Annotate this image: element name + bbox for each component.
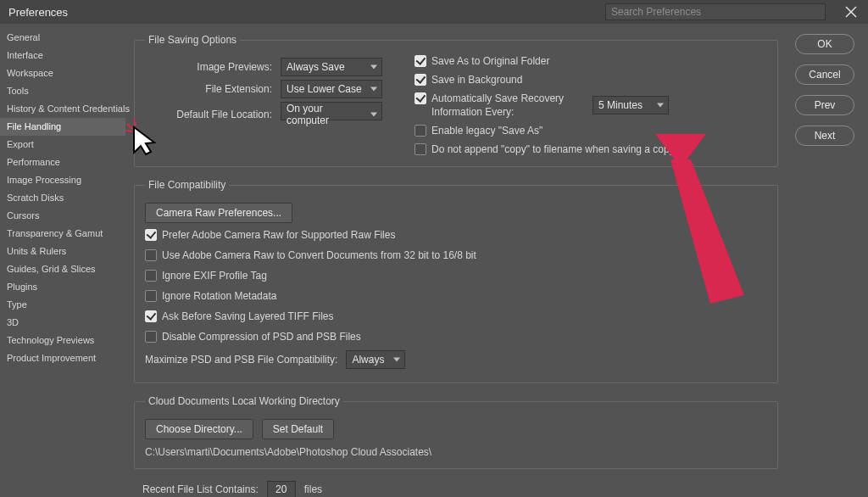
next-button[interactable]: Next (795, 126, 854, 146)
recent-file-count-input[interactable] (267, 481, 296, 497)
ok-button[interactable]: OK (795, 34, 854, 54)
camera-raw-preferences-button[interactable]: Camera Raw Preferences... (145, 203, 292, 223)
auto-save-recovery-checkbox[interactable]: Automatically Save Recovery Information … (415, 92, 584, 119)
sidebar-item-interface[interactable]: Interface (0, 47, 125, 64)
sidebar-item-scratch-disks[interactable]: Scratch Disks (0, 189, 125, 207)
ignore-rotation-checkbox[interactable]: Ignore Rotation Metadata (145, 289, 767, 303)
checkbox-icon (415, 55, 426, 67)
sidebar-item-product-improvement[interactable]: Product Improvement (0, 349, 125, 367)
sidebar-item-units-rulers[interactable]: Units & Rulers (0, 243, 125, 260)
sidebar-item-3d[interactable]: 3D (0, 314, 125, 332)
prev-button[interactable]: Prev (795, 95, 854, 115)
sidebar-item-transparency-gamut[interactable]: Transparency & Gamut (0, 225, 125, 243)
ignore-exif-checkbox[interactable]: Ignore EXIF Profile Tag (145, 269, 767, 282)
sidebar-item-history-content-credentials[interactable]: History & Content Credentials (0, 100, 125, 118)
sidebar-item-workspace[interactable]: Workspace (0, 64, 125, 82)
file-compatibility-group: File Compatibility Camera Raw Preference… (134, 179, 778, 383)
sidebar-item-export[interactable]: Export (0, 136, 125, 154)
disable-compression-checkbox[interactable]: Disable Compression of PSD and PSB Files (145, 330, 767, 343)
image-previews-label: Image Previews: (145, 61, 272, 73)
default-location-combo[interactable]: On your computer (281, 102, 382, 120)
checkbox-icon (145, 290, 157, 302)
file-extension-label: File Extension: (145, 83, 272, 95)
checkbox-icon (145, 270, 157, 282)
no-copy-suffix-checkbox[interactable]: Do not append "copy" to filename when sa… (415, 142, 767, 156)
max-compat-label: Maximize PSD and PSB File Compatibility: (145, 354, 337, 366)
max-compat-combo[interactable]: Always (346, 350, 405, 369)
sidebar-item-plugins[interactable]: Plugins (0, 278, 125, 296)
checkbox-icon (145, 249, 157, 261)
file-saving-group: File Saving Options Image Previews: Alwa… (134, 34, 778, 167)
checkbox-icon (415, 125, 426, 137)
sidebar-item-cursors[interactable]: Cursors (0, 207, 125, 225)
sidebar-item-image-processing[interactable]: Image Processing (0, 171, 125, 189)
save-in-background-checkbox[interactable]: Save in Background (415, 73, 767, 87)
recent-file-unit: files (304, 483, 322, 495)
default-location-label: Default File Location: (145, 109, 272, 120)
recent-file-list-label: Recent File List Contains: (142, 483, 259, 495)
ask-tiff-checkbox[interactable]: Ask Before Saving Layered TIFF Files (145, 310, 767, 323)
checkbox-icon (145, 310, 157, 322)
prefer-acr-checkbox[interactable]: Prefer Adobe Camera Raw for Supported Ra… (145, 228, 767, 242)
sidebar-item-tools[interactable]: Tools (0, 82, 125, 100)
use-acr-convert-checkbox[interactable]: Use Adobe Camera Raw to Convert Document… (145, 248, 767, 262)
checkbox-icon (415, 74, 426, 86)
preferences-sidebar: GeneralInterfaceWorkspaceToolsHistory & … (0, 24, 125, 497)
close-button[interactable] (839, 0, 863, 24)
set-default-button[interactable]: Set Default (262, 419, 334, 439)
window-title: Preferences (8, 6, 68, 19)
cancel-button[interactable]: Cancel (795, 64, 854, 85)
cloud-dir-legend: Cloud Documents Local Working Directory (145, 395, 343, 407)
choose-directory-button[interactable]: Choose Directory... (145, 419, 253, 439)
sidebar-item-guides-grid-slices[interactable]: Guides, Grid & Slices (0, 260, 125, 278)
close-icon (845, 6, 857, 18)
checkbox-icon (145, 229, 157, 241)
dialog-buttons: OK Cancel Prev Next (795, 34, 854, 146)
checkbox-icon (415, 92, 426, 104)
cloud-dir-path: C:\Users\marti\Documents\Adobe\Photoshop… (145, 446, 767, 458)
sidebar-item-type[interactable]: Type (0, 296, 125, 314)
titlebar: Preferences (0, 0, 868, 24)
save-as-original-folder-checkbox[interactable]: Save As to Original Folder (415, 54, 767, 68)
sidebar-item-technology-previews[interactable]: Technology Previews (0, 332, 125, 349)
search-preferences-input[interactable] (605, 3, 826, 20)
checkbox-icon (145, 331, 157, 343)
sidebar-item-file-handling[interactable]: File Handling (0, 118, 125, 136)
auto-recovery-interval-combo[interactable]: 5 Minutes (593, 96, 669, 114)
cloud-dir-group: Cloud Documents Local Working Directory … (134, 395, 778, 469)
sidebar-item-performance[interactable]: Performance (0, 154, 125, 171)
legacy-save-as-checkbox[interactable]: Enable legacy "Save As" (415, 124, 767, 137)
file-compatibility-legend: File Compatibility (145, 179, 229, 191)
sidebar-item-general[interactable]: General (0, 29, 125, 47)
file-saving-legend: File Saving Options (145, 34, 240, 46)
image-previews-combo[interactable]: Always Save (281, 58, 382, 76)
file-extension-combo[interactable]: Use Lower Case (281, 80, 382, 98)
checkbox-icon (415, 143, 426, 155)
